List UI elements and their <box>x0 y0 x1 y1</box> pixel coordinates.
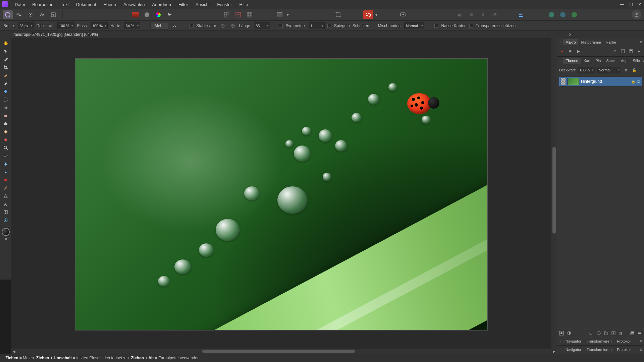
document-canvas[interactable] <box>75 58 488 330</box>
crop-tool-icon[interactable] <box>1 64 10 71</box>
add-layer-icon[interactable] <box>610 330 616 336</box>
merge-down-icon[interactable] <box>629 330 635 336</box>
account-b-icon[interactable] <box>558 10 568 19</box>
maximize-button[interactable]: ▢ <box>628 1 634 7</box>
color-well-icon[interactable] <box>2 228 10 236</box>
move-tool-icon[interactable] <box>1 48 10 55</box>
tab-ebenen[interactable]: Ebenen <box>563 58 581 64</box>
account-c-icon[interactable] <box>569 10 579 19</box>
length-input[interactable]: 35 <box>254 22 270 29</box>
macro-stop-icon[interactable]: ■ <box>567 48 573 54</box>
pressure-icon[interactable] <box>171 22 178 29</box>
layer-visible-icon[interactable]: ☑ <box>637 80 640 83</box>
autoselect-icon[interactable] <box>165 10 175 19</box>
preview-icon[interactable] <box>398 10 408 19</box>
live-filter-icon[interactable] <box>596 330 602 336</box>
symmetry-input[interactable]: 1 <box>309 22 325 29</box>
arrange-backward-icon[interactable] <box>467 10 477 19</box>
grid-b-icon[interactable] <box>233 10 243 19</box>
target-tool-icon[interactable] <box>1 217 10 224</box>
snap-dropdown-icon[interactable]: ▾ <box>375 10 378 19</box>
horizontal-scrollbar[interactable]: ◀ ▶ <box>11 349 557 354</box>
scroll-right-icon[interactable]: ▶ <box>551 349 557 354</box>
macro-play-icon[interactable]: ▶ <box>575 48 581 54</box>
dodge-tool-icon[interactable] <box>1 152 10 160</box>
layer-opacity-input[interactable]: 100 % <box>578 67 595 73</box>
stabilizer-checkbox[interactable] <box>190 24 194 28</box>
menu-dokument[interactable]: Dokument <box>73 1 99 8</box>
persona-export-icon[interactable] <box>48 10 58 19</box>
panel-menu-icon[interactable]: ≡ <box>640 339 642 344</box>
menu-fenster[interactable]: Fenster <box>214 1 235 8</box>
fill-preview-icon[interactable] <box>275 10 285 19</box>
text-tool-icon[interactable]: A <box>1 200 10 208</box>
panel-grip-icon[interactable]: ⋮⋮ <box>559 59 562 63</box>
menu-datei[interactable]: Datei <box>11 1 28 8</box>
menu-text[interactable]: Text <box>57 1 72 8</box>
tab-transformieren-2[interactable]: Transformieren <box>584 347 614 353</box>
layer-lock-icon[interactable]: 🔒 <box>631 67 637 73</box>
color-picker-tool-icon[interactable] <box>1 56 10 63</box>
panel-menu-icon[interactable]: ≡ <box>640 347 642 352</box>
layer-fx-icon[interactable]: ✿ <box>623 67 629 73</box>
menu-ebene[interactable]: Ebene <box>100 1 119 8</box>
layer-blend-select[interactable]: Normal <box>597 67 621 73</box>
erase-tool-icon[interactable] <box>1 112 10 119</box>
arrange-forward-icon[interactable] <box>478 10 488 19</box>
tab-anp[interactable]: Anp <box>619 58 630 64</box>
user-avatar-icon[interactable] <box>632 10 641 19</box>
persona-liquify-icon[interactable] <box>14 10 24 19</box>
menu-anordnen[interactable]: Anordnen <box>149 1 174 8</box>
vertical-scroll-thumb[interactable] <box>552 147 556 234</box>
minimize-button[interactable]: — <box>619 1 625 7</box>
persona-develop-icon[interactable] <box>25 10 36 19</box>
menu-auswaehlen[interactable]: Auswählen <box>120 1 148 8</box>
mirror-checkbox[interactable] <box>327 24 331 28</box>
panel-grip-icon[interactable]: ⋮⋮ <box>559 41 562 44</box>
grid-c-icon[interactable] <box>245 10 255 19</box>
symmetry-checkbox[interactable] <box>279 24 283 28</box>
shape-tool-icon[interactable] <box>1 192 10 200</box>
vertical-scrollbar[interactable] <box>551 38 557 349</box>
layer-row-background[interactable]: Hintergrund 🔒 ☑ <box>559 77 642 86</box>
wet-edges-checkbox[interactable] <box>434 24 438 28</box>
align-icon[interactable] <box>516 10 526 19</box>
flow-input[interactable]: 100 % <box>91 22 108 29</box>
swap-colors-icon[interactable] <box>1 237 10 241</box>
layer-locked-icon[interactable]: 🔒 <box>631 80 635 83</box>
flood-fill-icon[interactable] <box>1 88 10 95</box>
account-a-icon[interactable] <box>546 10 556 19</box>
fill-dropdown-icon[interactable]: ▾ <box>286 10 289 19</box>
protect-alpha-checkbox[interactable] <box>469 24 473 28</box>
scroll-left-icon[interactable]: ◀ <box>11 349 17 354</box>
arrange-back-icon[interactable] <box>455 10 465 19</box>
panel-menu-icon[interactable]: ≡ <box>640 40 642 45</box>
view-hand-tool-icon[interactable]: ✋ <box>1 40 10 47</box>
tab-protokoll[interactable]: Protokoll <box>614 338 634 344</box>
menu-bearbeiten[interactable]: Bearbeiten <box>29 1 57 8</box>
inpainting-tool-icon[interactable] <box>1 136 10 143</box>
delete-layer-icon[interactable] <box>618 330 624 336</box>
tab-makro[interactable]: Makro <box>563 39 578 45</box>
macro-save-icon[interactable] <box>628 48 634 54</box>
tab-navigator[interactable]: Navigator <box>563 338 584 344</box>
menu-filter[interactable]: Filter <box>175 1 192 8</box>
tab-kan[interactable]: Kan <box>581 58 593 64</box>
menu-hilfe[interactable]: Hilfe <box>236 1 252 8</box>
pen-tool-icon[interactable] <box>1 160 10 168</box>
mesh-warp-icon[interactable] <box>1 208 10 216</box>
tab-stock[interactable]: Stock <box>604 58 618 64</box>
window-mode-icon[interactable] <box>229 22 236 29</box>
fx-layer-icon[interactable]: fx <box>588 330 594 336</box>
gradient-tool-icon[interactable] <box>1 104 10 111</box>
macro-add-icon[interactable] <box>620 48 626 54</box>
tab-histogramm[interactable]: Histogramm <box>579 39 603 45</box>
persona-tone-icon[interactable] <box>37 10 47 19</box>
selection-brush-icon[interactable] <box>1 72 10 79</box>
tab-transformieren[interactable]: Transformieren <box>584 338 614 344</box>
transform-icon[interactable] <box>333 10 343 19</box>
smudge-tool-icon[interactable] <box>1 168 10 176</box>
menu-ansicht[interactable]: Ansicht <box>192 1 213 8</box>
marquee-tool-icon[interactable] <box>1 96 10 103</box>
snap-icon[interactable] <box>363 10 373 19</box>
